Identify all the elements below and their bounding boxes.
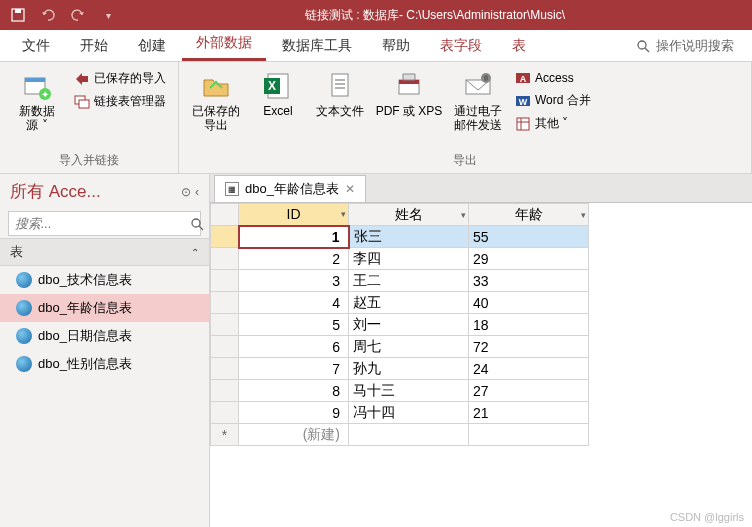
export-excel-button[interactable]: X Excel	[249, 66, 307, 122]
cell-age[interactable]: 27	[469, 380, 589, 402]
svg-rect-18	[399, 80, 419, 84]
cell-age[interactable]: 21	[469, 402, 589, 424]
cell-name[interactable]: 张三	[349, 226, 469, 248]
cell-age[interactable]: 18	[469, 314, 589, 336]
nav-item[interactable]: dbo_技术信息表	[0, 266, 209, 294]
nav-search-icon[interactable]	[190, 217, 204, 231]
undo-icon[interactable]	[34, 2, 62, 28]
table-row[interactable]: 2 李四 29	[211, 248, 589, 270]
column-header[interactable]: 姓名▾	[349, 204, 469, 226]
nav-dropdown-icon[interactable]: ⊙	[181, 185, 191, 199]
cell-id[interactable]: 5	[239, 314, 349, 336]
table-row[interactable]: 9 冯十四 21	[211, 402, 589, 424]
dropdown-icon[interactable]: ▾	[461, 210, 466, 220]
table-row[interactable]: 8 马十三 27	[211, 380, 589, 402]
cell-name[interactable]: 马十三	[349, 380, 469, 402]
tab-help[interactable]: 帮助	[368, 31, 424, 61]
globe-icon	[16, 356, 32, 372]
table-row[interactable]: 7 孙九 24	[211, 358, 589, 380]
tab-table-fields[interactable]: 表字段	[426, 31, 496, 61]
cell-name[interactable]: 李四	[349, 248, 469, 270]
table-row[interactable]: 4 赵五 40	[211, 292, 589, 314]
saved-exports-button[interactable]: 已保存的 导出	[187, 66, 245, 137]
row-selector[interactable]	[211, 380, 239, 402]
table-row[interactable]: 5 刘一 18	[211, 314, 589, 336]
table-row[interactable]: 3 王二 33	[211, 270, 589, 292]
cell-name[interactable]: 刘一	[349, 314, 469, 336]
row-selector[interactable]	[211, 314, 239, 336]
new-data-source-button[interactable]: ✦ 新数据 源 ˅	[8, 66, 66, 137]
document-tab[interactable]: ▦ dbo_年龄信息表 ✕	[214, 175, 366, 202]
cell-name[interactable]: 孙九	[349, 358, 469, 380]
cell-age[interactable]: 40	[469, 292, 589, 314]
cell-age[interactable]: 55	[469, 226, 589, 248]
cell-id[interactable]: 9	[239, 402, 349, 424]
cell-id[interactable]: 6	[239, 336, 349, 358]
datasheet-grid[interactable]: ID▾姓名▾年龄▾ 1 张三 55 2 李四 29 3 王二 33 4 赵五 4…	[210, 202, 752, 527]
dropdown-icon[interactable]: ▾	[341, 209, 346, 219]
export-access-button[interactable]: A Access	[511, 68, 595, 88]
nav-item[interactable]: dbo_日期信息表	[0, 322, 209, 350]
row-selector[interactable]	[211, 336, 239, 358]
export-text-button[interactable]: 文本文件	[311, 66, 369, 122]
cell-id[interactable]: 8	[239, 380, 349, 402]
export-word-button[interactable]: W Word 合并	[511, 90, 595, 111]
tab-db-tools[interactable]: 数据库工具	[268, 31, 366, 61]
redo-icon[interactable]	[64, 2, 92, 28]
row-selector[interactable]	[211, 270, 239, 292]
column-header[interactable]: 年龄▾	[469, 204, 589, 226]
cell-age[interactable]: 24	[469, 358, 589, 380]
tab-home[interactable]: 开始	[66, 31, 122, 61]
cell-id[interactable]: 1	[239, 226, 349, 248]
nav-section-tables[interactable]: 表 ⌃	[0, 238, 209, 266]
nav-item[interactable]: dbo_性别信息表	[0, 350, 209, 378]
nav-item[interactable]: dbo_年龄信息表	[0, 294, 209, 322]
export-pdf-button[interactable]: PDF 或 XPS	[373, 66, 445, 122]
nav-items: dbo_技术信息表dbo_年龄信息表dbo_日期信息表dbo_性别信息表	[0, 266, 209, 527]
new-row-label[interactable]: (新建)	[239, 424, 349, 446]
linked-table-manager-button[interactable]: 链接表管理器	[70, 91, 170, 112]
cell-name[interactable]: 赵五	[349, 292, 469, 314]
row-selector[interactable]	[211, 248, 239, 270]
row-selector[interactable]	[211, 226, 239, 248]
new-row[interactable]: * (新建)	[211, 424, 589, 446]
tab-file[interactable]: 文件	[8, 31, 64, 61]
cell-age[interactable]: 33	[469, 270, 589, 292]
table-row[interactable]: 6 周七 72	[211, 336, 589, 358]
nav-search-input[interactable]	[9, 212, 190, 235]
nav-section-label: 表	[10, 243, 23, 261]
close-tab-icon[interactable]: ✕	[345, 182, 355, 196]
row-selector[interactable]	[211, 292, 239, 314]
export-other-button[interactable]: 其他 ˅	[511, 113, 595, 134]
row-selector[interactable]	[211, 402, 239, 424]
cell-name[interactable]: 周七	[349, 336, 469, 358]
watermark: CSDN @lggirls	[670, 511, 744, 523]
tab-external-data[interactable]: 外部数据	[182, 28, 266, 61]
cell-name[interactable]: 王二	[349, 270, 469, 292]
cell-age[interactable]: 72	[469, 336, 589, 358]
nav-collapse-icon[interactable]: ‹	[195, 185, 199, 199]
saved-imports-button[interactable]: 已保存的导入	[70, 68, 170, 89]
save-icon[interactable]	[4, 2, 32, 28]
row-header-corner[interactable]	[211, 204, 239, 226]
row-selector[interactable]	[211, 358, 239, 380]
other-label: 其他 ˅	[535, 115, 568, 132]
cell-age[interactable]: 29	[469, 248, 589, 270]
cell-id[interactable]: 2	[239, 248, 349, 270]
tab-create[interactable]: 创建	[124, 31, 180, 61]
new-data-source-label: 新数据 源 ˅	[19, 104, 55, 133]
group-import-label: 导入并链接	[8, 150, 170, 171]
cell-name[interactable]: 冯十四	[349, 402, 469, 424]
column-header[interactable]: ID▾	[239, 204, 349, 226]
nav-header[interactable]: 所有 Acce... ⊙ ‹	[0, 174, 209, 209]
cell-id[interactable]: 4	[239, 292, 349, 314]
search-icon	[636, 39, 650, 53]
dropdown-icon[interactable]: ▾	[581, 210, 586, 220]
tell-me-search[interactable]: 操作说明搜索	[626, 31, 744, 61]
cell-id[interactable]: 7	[239, 358, 349, 380]
cell-id[interactable]: 3	[239, 270, 349, 292]
export-email-button[interactable]: 通过电子 邮件发送	[449, 66, 507, 137]
table-row[interactable]: 1 张三 55	[211, 226, 589, 248]
qat-customize-icon[interactable]: ▾	[94, 2, 122, 28]
tab-table[interactable]: 表	[498, 31, 540, 61]
